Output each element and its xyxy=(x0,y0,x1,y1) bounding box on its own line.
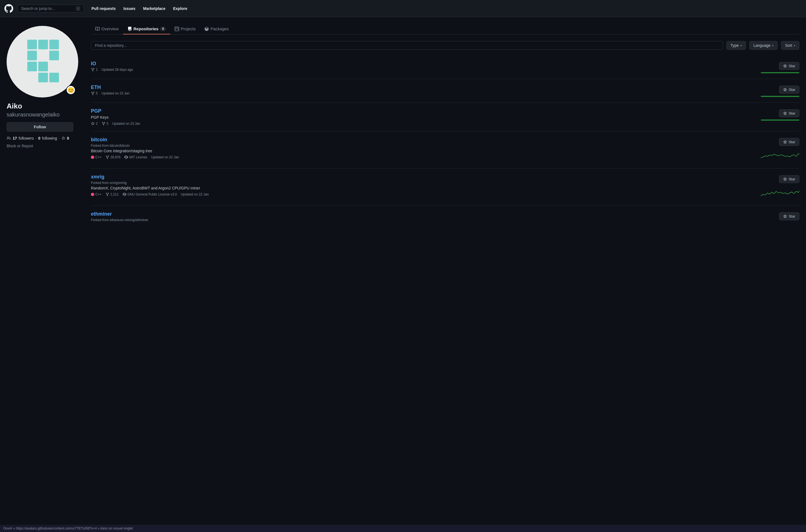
repo-name-ethminer[interactable]: ethminer xyxy=(91,211,112,217)
tab-projects[interactable]: Projects xyxy=(170,24,200,34)
nav-pull-requests[interactable]: Pull requests xyxy=(88,4,119,13)
star-button[interactable]: Star xyxy=(779,86,800,94)
repo-forks: 5 xyxy=(91,91,98,95)
table-row: xmrig Forked from xmrig/xmrig RandomX, C… xyxy=(91,169,800,206)
repo-updated: Updated 28 days ago xyxy=(102,68,133,72)
package-icon xyxy=(204,27,209,31)
star-icon xyxy=(783,64,787,68)
svg-rect-8 xyxy=(38,73,48,82)
star-button[interactable]: Star xyxy=(779,175,800,183)
svg-rect-2 xyxy=(38,40,48,49)
profile-username: sakurasnowangelaiko xyxy=(6,112,73,118)
repo-info: IO 1 Updated 28 days ago xyxy=(91,61,761,72)
repo-updated: Updated on 22 Jan xyxy=(181,192,208,196)
following-label: following xyxy=(42,136,57,140)
tab-packages[interactable]: Packages xyxy=(200,24,233,34)
stars-count: 0 xyxy=(67,136,69,140)
type-dropdown[interactable]: Type ▾ xyxy=(726,41,746,50)
nav-marketplace[interactable]: Marketplace xyxy=(140,4,169,13)
repo-description: RandomX, CryptoNight, AstroBWT and Argon… xyxy=(91,186,761,190)
repo-right: Star xyxy=(761,61,800,73)
global-search[interactable]: Search or jump to... / xyxy=(18,5,84,13)
star-button[interactable]: Star xyxy=(779,62,800,70)
law-icon xyxy=(124,155,128,159)
repo-fork-from: Forked from xmrig/xmrig xyxy=(91,181,761,185)
nav-issues[interactable]: Issues xyxy=(120,4,139,13)
sidebar: 😊 Aiko sakurasnowangelaiko Follow 17 fol… xyxy=(0,17,80,235)
tab-overview[interactable]: Overview xyxy=(91,24,123,34)
svg-rect-4 xyxy=(27,51,37,60)
activity-sparkline xyxy=(761,185,800,200)
svg-rect-6 xyxy=(27,62,37,71)
chevron-down-icon: ▾ xyxy=(794,44,795,47)
repo-license: MIT License xyxy=(124,155,147,159)
star-icon xyxy=(783,140,787,144)
repo-meta: 2 5 Updated on 23 Jan xyxy=(91,122,761,126)
repo-info: PGP PGP Keys 2 5 xyxy=(91,108,761,126)
activity-bar xyxy=(761,119,800,120)
avatar-emoji: 😊 xyxy=(66,86,75,95)
book-icon xyxy=(95,27,100,31)
repo-info: bitcoin Forked from bitcoin/bitcoin Bitc… xyxy=(91,137,761,159)
sort-label: Sort xyxy=(785,43,792,48)
repositories-badge: 9 xyxy=(160,27,166,31)
nav-explore[interactable]: Explore xyxy=(170,4,190,13)
repo-stars: 2 xyxy=(91,122,98,126)
table-row: ethminer Forked from ethereum-mining/eth… xyxy=(91,206,800,229)
star-button[interactable]: Star xyxy=(779,109,800,117)
star-icon xyxy=(783,88,787,92)
fork-icon xyxy=(102,122,106,126)
repo-name-bitcoin[interactable]: bitcoin xyxy=(91,137,107,142)
repo-forks: 28,976 xyxy=(106,155,121,159)
follow-button[interactable]: Follow xyxy=(6,122,73,132)
repo-name-xmrig[interactable]: xmrig xyxy=(91,174,105,180)
sort-dropdown[interactable]: Sort ▾ xyxy=(781,41,800,50)
repo-info: ethminer Forked from ethereum-mining/eth… xyxy=(91,211,773,223)
star-icon xyxy=(783,214,787,218)
repo-right: Star xyxy=(761,84,800,97)
star-button[interactable]: Star xyxy=(779,138,800,146)
repo-right: Star xyxy=(761,174,800,200)
content-area: Overview Repositories 9 Projects Packag xyxy=(80,17,806,235)
repo-updated: Updated on 23 Jan xyxy=(112,122,140,126)
block-report-link[interactable]: Block or Report xyxy=(6,144,33,148)
repo-name-eth[interactable]: ETH xyxy=(91,84,101,90)
repo-info: ETH 5 Updated on 23 Jan xyxy=(91,84,761,95)
status-text: Ouvrir « https://avatars.githubuserconte… xyxy=(3,527,133,530)
header-nav: Pull requests Issues Marketplace Explore xyxy=(88,4,191,13)
law-icon xyxy=(123,192,127,196)
repo-search-input[interactable] xyxy=(91,41,723,50)
sparkline-line xyxy=(761,191,800,196)
language-dot xyxy=(91,193,94,196)
language-dropdown[interactable]: Language ▾ xyxy=(749,41,777,50)
repo-forks: 5 xyxy=(102,122,109,126)
filter-bar: Type ▾ Language ▾ Sort ▾ xyxy=(91,41,800,50)
profile-tabs: Overview Repositories 9 Projects Packag xyxy=(91,24,800,34)
tab-repositories[interactable]: Repositories 9 xyxy=(123,24,170,34)
repo-name-io[interactable]: IO xyxy=(91,61,96,66)
table-row: IO 1 Updated 28 days ago xyxy=(91,55,800,79)
repo-forks: 2,211 xyxy=(106,192,119,196)
followers-stats: 17 followers · 0 following · 0 xyxy=(6,136,73,140)
avatar-container: 😊 xyxy=(6,26,78,97)
people-icon xyxy=(6,136,11,140)
repo-right: Star xyxy=(773,211,800,220)
repo-info: xmrig Forked from xmrig/xmrig RandomX, C… xyxy=(91,174,761,196)
star-button[interactable]: Star xyxy=(779,212,800,220)
status-bar: Ouvrir « https://avatars.githubuserconte… xyxy=(0,525,806,532)
repo-name-pgp[interactable]: PGP xyxy=(91,108,101,114)
table-row: ETH 5 Updated on 23 Jan xyxy=(91,79,800,103)
repo-description: Bitcoin Core integration/staging tree xyxy=(91,149,761,153)
chevron-down-icon: ▾ xyxy=(741,44,742,47)
repo-right: Star xyxy=(761,108,800,120)
repo-icon xyxy=(128,27,132,31)
svg-rect-1 xyxy=(27,40,37,49)
repository-list: IO 1 Updated 28 days ago xyxy=(91,55,800,229)
following-count: 0 xyxy=(38,136,40,140)
repo-meta: 5 Updated on 23 Jan xyxy=(91,91,761,95)
repo-fork-from: Forked from bitcoin/bitcoin xyxy=(91,144,761,148)
header: Search or jump to... / Pull requests Iss… xyxy=(0,0,806,17)
repo-language: C++ xyxy=(91,155,102,159)
star-icon xyxy=(61,136,65,140)
repo-forks: 1 xyxy=(91,68,98,72)
